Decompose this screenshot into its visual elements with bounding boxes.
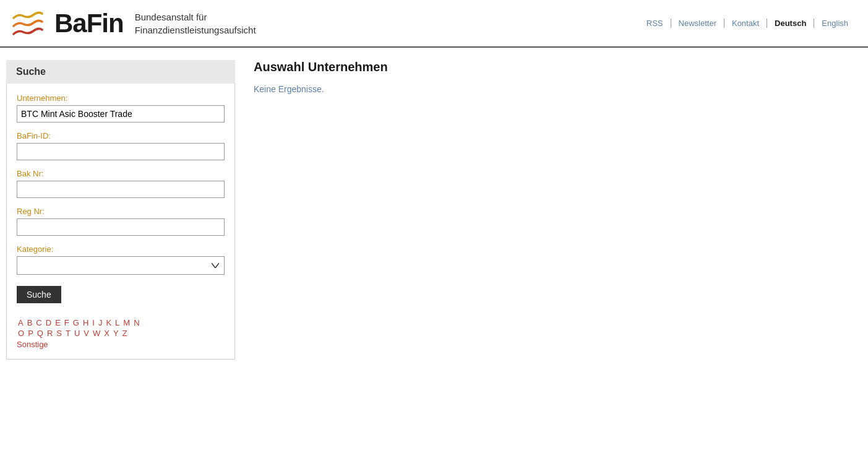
alpha-O[interactable]: O — [17, 329, 25, 338]
alpha-N[interactable]: N — [132, 318, 140, 327]
rss-link[interactable]: RSS — [639, 19, 671, 28]
bafin-logo-waves — [12, 6, 43, 40]
alpha-B[interactable]: B — [26, 318, 34, 327]
alpha-P[interactable]: P — [27, 329, 35, 338]
alpha-M[interactable]: M — [122, 318, 131, 327]
alpha-S[interactable]: S — [55, 329, 63, 338]
sonstige-row: Sonstige — [17, 339, 225, 349]
logo-text-container: BaFin — [54, 11, 124, 37]
reg-nr-group: Reg Nr: — [17, 207, 225, 236]
kategorie-label: Kategorie: — [17, 244, 225, 254]
kategorie-select[interactable] — [17, 256, 225, 275]
unternehmen-input[interactable] — [17, 105, 225, 123]
alpha-C[interactable]: C — [35, 318, 43, 327]
main-layout: Suche Unternehmen: BaFin-ID: Bak Nr: Reg… — [0, 48, 868, 372]
english-link[interactable]: English — [814, 19, 856, 28]
alpha-Q[interactable]: Q — [36, 329, 45, 338]
alpha-K[interactable]: K — [105, 318, 113, 327]
alpha-E[interactable]: E — [54, 318, 62, 327]
alpha-X[interactable]: X — [103, 329, 111, 338]
logo-subtitle: Bundesanstalt für Finanzdienstleistungsa… — [135, 11, 256, 37]
alpha-Z[interactable]: Z — [121, 329, 129, 338]
content-area: Auswahl Unternehmen Keine Ergebnisse. — [235, 60, 856, 360]
sidebar-title: Suche — [6, 60, 235, 84]
top-nav: RSS Newsletter Kontakt Deutsch English — [639, 19, 856, 28]
logo-name: BaFin — [54, 11, 124, 37]
unternehmen-group: Unternehmen: — [17, 93, 225, 123]
alpha-F[interactable]: F — [63, 318, 71, 327]
alpha-I[interactable]: I — [91, 318, 96, 327]
reg-nr-input[interactable] — [17, 218, 225, 236]
alphabet-row-1: A B C D E F G H I J K L M N — [17, 318, 225, 327]
page-title: Auswahl Unternehmen — [254, 60, 856, 74]
alpha-A[interactable]: A — [17, 318, 25, 327]
unternehmen-label: Unternehmen: — [17, 93, 225, 103]
alpha-G[interactable]: G — [72, 318, 80, 327]
bafin-id-label: BaFin-ID: — [17, 131, 225, 140]
sidebar: Suche Unternehmen: BaFin-ID: Bak Nr: Reg… — [6, 60, 235, 360]
alpha-Y[interactable]: Y — [112, 329, 120, 338]
search-button[interactable]: Suche — [17, 286, 61, 303]
sonstige-link[interactable]: Sonstige — [17, 340, 48, 349]
alpha-J[interactable]: J — [97, 318, 104, 327]
alpha-W[interactable]: W — [92, 329, 101, 338]
deutsch-link[interactable]: Deutsch — [767, 19, 814, 28]
alpha-T[interactable]: T — [64, 329, 72, 338]
logo-container: BaFin Bundesanstalt für Finanzdienstleis… — [12, 6, 256, 40]
no-results-message: Keine Ergebnisse. — [254, 84, 856, 94]
alpha-V[interactable]: V — [82, 329, 90, 338]
bafin-id-input[interactable] — [17, 143, 225, 160]
bak-nr-group: Bak Nr: — [17, 169, 225, 198]
search-form: Unternehmen: BaFin-ID: Bak Nr: Reg Nr: K… — [6, 84, 235, 360]
reg-nr-label: Reg Nr: — [17, 207, 225, 216]
alphabet-row-2: O P Q R S T U V W X Y Z — [17, 329, 225, 338]
bafin-id-group: BaFin-ID: — [17, 131, 225, 160]
alpha-R[interactable]: R — [46, 329, 54, 338]
alphabet-nav: A B C D E F G H I J K L M N O P — [17, 318, 225, 349]
header: BaFin Bundesanstalt für Finanzdienstleis… — [0, 0, 868, 46]
bak-nr-label: Bak Nr: — [17, 169, 225, 178]
kontakt-link[interactable]: Kontakt — [724, 19, 767, 28]
kategorie-group: Kategorie: — [17, 244, 225, 275]
bak-nr-input[interactable] — [17, 181, 225, 198]
alpha-H[interactable]: H — [82, 318, 90, 327]
alpha-D[interactable]: D — [45, 318, 53, 327]
newsletter-link[interactable]: Newsletter — [671, 19, 724, 28]
alpha-U[interactable]: U — [73, 329, 81, 338]
alpha-L[interactable]: L — [114, 318, 121, 327]
